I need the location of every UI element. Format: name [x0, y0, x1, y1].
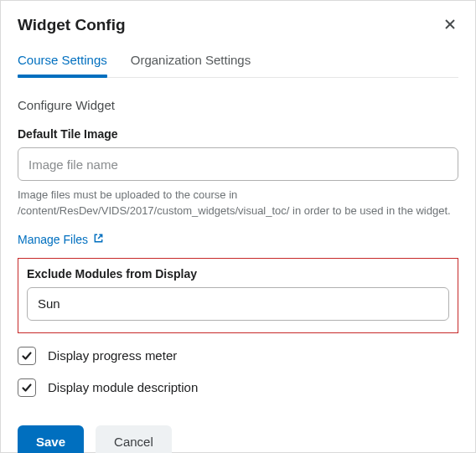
tabs: Course Settings Organization Settings: [18, 53, 458, 78]
external-link-icon: [93, 233, 104, 246]
dialog-header: Widget Config: [18, 16, 458, 34]
checkbox-description-label: Display module description: [48, 380, 198, 394]
checkbox-description-row: Display module description: [18, 378, 458, 397]
tab-course-settings[interactable]: Course Settings: [18, 53, 107, 77]
widget-config-dialog: Widget Config Course Settings Organizati…: [0, 0, 476, 453]
exclude-modules-group: Exclude Modules from Display: [18, 258, 458, 333]
checkmark-icon: [21, 350, 33, 362]
exclude-modules-input[interactable]: [27, 287, 449, 321]
default-tile-help: Image files must be uploaded to the cour…: [18, 188, 458, 219]
checkmark-icon: [21, 382, 33, 394]
dialog-footer: Save Cancel: [18, 425, 458, 453]
default-tile-label: Default Tile Image: [18, 127, 458, 141]
close-button[interactable]: [442, 16, 458, 33]
cancel-button[interactable]: Cancel: [96, 425, 172, 453]
default-tile-input[interactable]: [18, 147, 458, 181]
exclude-modules-label: Exclude Modules from Display: [27, 267, 449, 281]
checkbox-progress-row: Display progress meter: [18, 347, 458, 365]
checkbox-progress[interactable]: [18, 347, 36, 365]
tab-organization-settings[interactable]: Organization Settings: [131, 53, 251, 77]
checkbox-description[interactable]: [18, 378, 36, 397]
svg-line-2: [98, 234, 101, 238]
close-icon: [443, 18, 457, 31]
manage-files-link-row: Manage Files: [18, 233, 458, 246]
checkbox-progress-label: Display progress meter: [48, 348, 177, 363]
manage-files-link[interactable]: Manage Files: [18, 233, 88, 246]
save-button[interactable]: Save: [18, 425, 84, 453]
section-heading: Configure Widget: [18, 98, 458, 112]
dialog-title: Widget Config: [18, 16, 126, 34]
